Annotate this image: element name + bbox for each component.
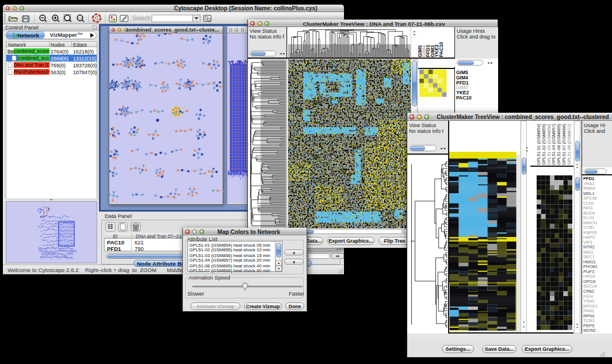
svg-text:GPL51-08 (GSM872): GPL51-08 (GSM872): [567, 124, 572, 165]
svg-text:GPL51-03 (GSM856): GPL51-03 (GSM856): [546, 124, 552, 165]
svg-text:GPL51-02 (GSM855): GPL51-02 (GSM855): [541, 124, 546, 165]
svg-text:PAC10: PAC10: [438, 41, 444, 57]
svg-text:GPL51-06 (GSM865): GPL51-06 (GSM865): [556, 124, 561, 165]
svg-text:GPL51-07 (GSM868): GPL51-07 (GSM868): [561, 124, 567, 165]
svg-text:GPL51-01 (GSM854): GPL51-01 (GSM854): [536, 124, 541, 165]
svg-text:GPL51-04 (GSM857): GPL51-04 (GSM857): [551, 124, 556, 165]
